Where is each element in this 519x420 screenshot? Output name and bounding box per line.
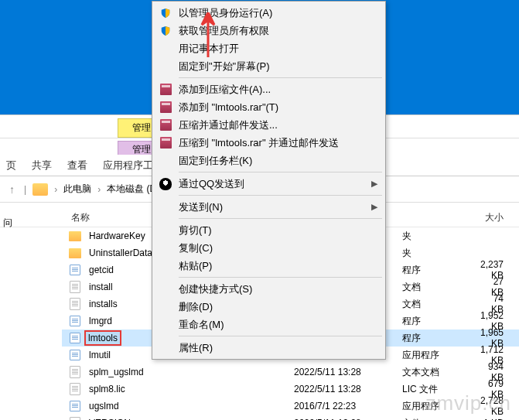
- chevron-right-icon: ›: [97, 184, 101, 195]
- nav-up-icon[interactable]: ↑: [6, 183, 18, 196]
- tab-view[interactable]: 查看: [67, 159, 87, 172]
- file-type: 文本文档: [402, 366, 480, 379]
- app-icon: [68, 349, 82, 361]
- file-name: ugslmd: [87, 400, 294, 412]
- file-type: LIC 文件: [402, 383, 480, 396]
- qq-icon: [159, 177, 172, 191]
- file-name: splm_ugslmd: [87, 366, 294, 378]
- file-type: 程序: [402, 332, 480, 345]
- menu-item[interactable]: 固定到"开始"屏幕(P): [154, 57, 384, 75]
- file-type: 夹: [402, 247, 480, 260]
- menu-separator: [179, 277, 382, 278]
- txt-icon: [68, 383, 82, 395]
- app-icon: [68, 400, 82, 412]
- app-icon: [68, 332, 82, 344]
- menu-item[interactable]: 粘贴(P): [154, 257, 384, 275]
- file-row[interactable]: VERSION2022/5/11 13:28文件1 KB: [62, 415, 519, 420]
- file-date: 2022/5/11 13:28: [294, 367, 402, 377]
- menu-item[interactable]: 添加到 "lmtools.rar"(T): [154, 98, 384, 116]
- file-type: 程序: [402, 264, 480, 277]
- menu-item-label: 添加到压缩文件(A)...: [179, 83, 271, 97]
- menu-item-label: 删除(D): [179, 300, 213, 314]
- file-date: 2016/7/1 22:23: [294, 401, 402, 411]
- rar-icon: [159, 136, 172, 150]
- menu-item[interactable]: 以管理员身份运行(A): [154, 4, 384, 22]
- app-icon: [68, 315, 82, 327]
- txt-icon: [68, 417, 82, 420]
- txt-icon: [68, 298, 82, 310]
- tab-share[interactable]: 共享: [32, 159, 52, 172]
- header-size[interactable]: 大小: [463, 211, 519, 224]
- rar-icon: [159, 118, 172, 132]
- menu-item[interactable]: 发送到(N)▶: [154, 198, 384, 216]
- menu-item[interactable]: 固定到任务栏(K): [154, 152, 384, 169]
- file-type: 文件: [402, 417, 480, 421]
- file-type: 应用程序: [402, 400, 480, 413]
- txt-icon: [68, 366, 82, 378]
- nav-sep: |: [24, 184, 26, 195]
- menu-separator: [179, 336, 382, 336]
- shield-icon: [159, 24, 172, 38]
- menu-item-label: 复制(C): [179, 241, 213, 255]
- rar-icon: [159, 101, 172, 114]
- menu-item[interactable]: 压缩到 "lmtools.rar" 并通过邮件发送: [154, 134, 384, 152]
- file-name: splm8.lic: [87, 383, 294, 395]
- menu-item-label: 固定到"开始"屏幕(P): [179, 60, 270, 73]
- menu-item[interactable]: 通过QQ发送到▶: [154, 175, 384, 193]
- file-row[interactable]: splm8.lic2022/5/11 13:28LIC 文件679 KB: [62, 381, 519, 398]
- menu-separator: [179, 172, 382, 172]
- file-row[interactable]: splm_ugslmd2022/5/11 13:28文本文档934 KB: [62, 364, 519, 381]
- menu-item-label: 压缩并通过邮件发送...: [179, 118, 278, 132]
- menu-item-label: 固定到任务栏(K): [179, 154, 252, 168]
- menu-item[interactable]: 复制(C): [154, 239, 384, 257]
- annotation-arrow: [200, 12, 217, 60]
- file-type: 应用程序: [402, 349, 480, 362]
- menu-separator: [179, 77, 382, 78]
- shield-icon: [159, 6, 172, 20]
- menu-item[interactable]: 用记事本打开: [154, 39, 384, 57]
- menu-item-label: 添加到 "lmtools.rar"(T): [179, 101, 278, 114]
- folder-icon: [68, 247, 82, 259]
- file-size: 2,728 KB: [480, 395, 519, 417]
- menu-item[interactable]: 添加到压缩文件(A)...: [154, 80, 384, 98]
- menu-separator: [179, 218, 382, 219]
- file-type: 文档: [402, 298, 480, 311]
- menu-item[interactable]: 重命名(M): [154, 316, 384, 333]
- folder-icon: [68, 230, 82, 242]
- file-row[interactable]: ugslmd2016/7/1 22:23应用程序2,728 KB: [62, 398, 519, 415]
- menu-item-label: 以管理员身份运行(A): [179, 6, 272, 20]
- menu-item-label: 属性(R): [179, 341, 213, 355]
- menu-item[interactable]: 获取管理员所有权限: [154, 22, 384, 39]
- chevron-right-icon: ›: [54, 184, 57, 195]
- menu-item-label: 通过QQ发送到: [179, 177, 244, 191]
- breadcrumb-pc[interactable]: 此电脑: [63, 183, 91, 196]
- file-type: 文档: [402, 281, 480, 294]
- file-type: 程序: [402, 315, 480, 328]
- menu-item-label: 发送到(N): [179, 200, 223, 214]
- menu-item[interactable]: 创建快捷方式(S): [154, 280, 384, 298]
- txt-icon: [68, 281, 82, 293]
- menu-item-label: 重命名(M): [179, 318, 224, 332]
- file-type: 夹: [402, 230, 480, 243]
- tab-home[interactable]: 页: [6, 159, 16, 172]
- menu-item-label: 粘贴(P): [179, 259, 212, 273]
- menu-item[interactable]: 压缩并通过邮件发送...: [154, 116, 384, 134]
- menu-item-label: 压缩到 "lmtools.rar" 并通过邮件发送: [179, 136, 339, 150]
- menu-item-label: 获取管理员所有权限: [179, 24, 269, 38]
- chevron-right-icon: ▶: [371, 202, 377, 212]
- menu-item[interactable]: 剪切(T): [154, 221, 384, 239]
- app-icon: [68, 264, 82, 276]
- file-name: VERSION: [87, 417, 294, 420]
- tab-apptools[interactable]: 应用程序工: [103, 159, 153, 172]
- rar-icon: [159, 83, 172, 97]
- menu-item[interactable]: 删除(D): [154, 298, 384, 316]
- menu-separator: [179, 195, 382, 196]
- chevron-right-icon: ▶: [371, 179, 377, 189]
- menu-item-label: 剪切(T): [179, 224, 212, 237]
- leftpane-label: 问: [3, 217, 12, 230]
- file-date: 2022/5/11 13:28: [294, 384, 402, 394]
- context-menu: 以管理员身份运行(A)获取管理员所有权限用记事本打开固定到"开始"屏幕(P)添加…: [152, 1, 386, 360]
- menu-item-label: 创建快捷方式(S): [179, 282, 252, 296]
- menu-item[interactable]: 属性(R): [154, 339, 384, 357]
- folder-icon: [32, 183, 48, 196]
